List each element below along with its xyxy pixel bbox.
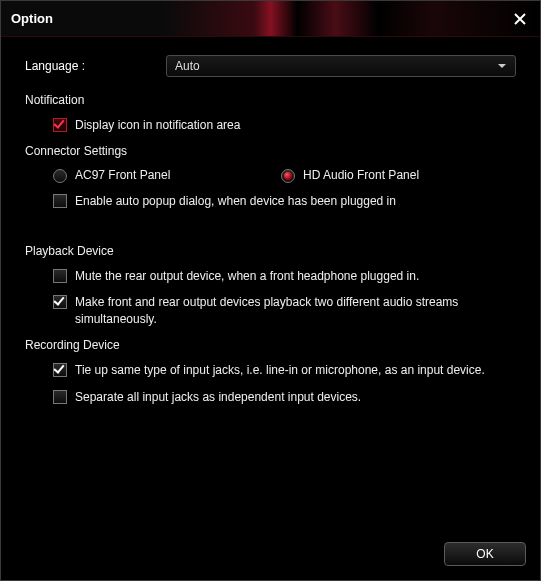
recording-heading: Recording Device xyxy=(25,338,516,352)
display-icon-option[interactable]: Display icon in notification area xyxy=(53,117,516,134)
mute-rear-checkbox[interactable] xyxy=(53,269,67,283)
hd-audio-label: HD Audio Front Panel xyxy=(303,168,419,182)
window-title: Option xyxy=(11,11,53,26)
language-select[interactable]: Auto xyxy=(166,55,516,77)
ac97-radio[interactable] xyxy=(53,169,67,183)
separate-checkbox[interactable] xyxy=(53,390,67,404)
notification-heading: Notification xyxy=(25,93,516,107)
language-row: Language : Auto xyxy=(25,55,516,77)
ac97-label: AC97 Front Panel xyxy=(75,168,170,182)
chevron-down-icon xyxy=(497,61,507,71)
playback-heading: Playback Device xyxy=(25,244,516,258)
close-icon xyxy=(513,12,527,26)
display-icon-checkbox[interactable] xyxy=(53,118,67,132)
ac97-option[interactable]: AC97 Front Panel xyxy=(53,168,281,183)
mute-rear-label: Mute the rear output device, when a fron… xyxy=(75,268,419,285)
tie-up-option[interactable]: Tie up same type of input jacks, i.e. li… xyxy=(53,362,516,379)
option-window: Option Language : Auto Notification Disp… xyxy=(0,0,541,581)
separate-option[interactable]: Separate all input jacks as independent … xyxy=(53,389,516,406)
dual-stream-checkbox[interactable] xyxy=(53,295,67,309)
connector-heading: Connector Settings xyxy=(25,144,516,158)
ok-button[interactable]: OK xyxy=(444,542,526,566)
separate-label: Separate all input jacks as independent … xyxy=(75,389,361,406)
content-area: Language : Auto Notification Display ico… xyxy=(1,37,540,580)
tie-up-label: Tie up same type of input jacks, i.e. li… xyxy=(75,362,485,379)
footer: OK xyxy=(444,542,526,566)
mute-rear-option[interactable]: Mute the rear output device, when a fron… xyxy=(53,268,516,285)
language-selected-value: Auto xyxy=(175,59,200,73)
titlebar: Option xyxy=(1,1,540,37)
language-label: Language : xyxy=(25,59,166,73)
close-button[interactable] xyxy=(510,9,530,29)
tie-up-checkbox[interactable] xyxy=(53,363,67,377)
auto-popup-checkbox[interactable] xyxy=(53,194,67,208)
auto-popup-label: Enable auto popup dialog, when device ha… xyxy=(75,193,396,210)
dual-stream-option[interactable]: Make front and rear output devices playb… xyxy=(53,294,516,328)
dual-stream-label: Make front and rear output devices playb… xyxy=(75,294,516,328)
connector-radio-group: AC97 Front Panel HD Audio Front Panel xyxy=(53,168,516,183)
auto-popup-option[interactable]: Enable auto popup dialog, when device ha… xyxy=(53,193,516,210)
ok-button-label: OK xyxy=(476,547,493,561)
hd-audio-option[interactable]: HD Audio Front Panel xyxy=(281,168,419,183)
display-icon-label: Display icon in notification area xyxy=(75,117,240,134)
hd-audio-radio[interactable] xyxy=(281,169,295,183)
